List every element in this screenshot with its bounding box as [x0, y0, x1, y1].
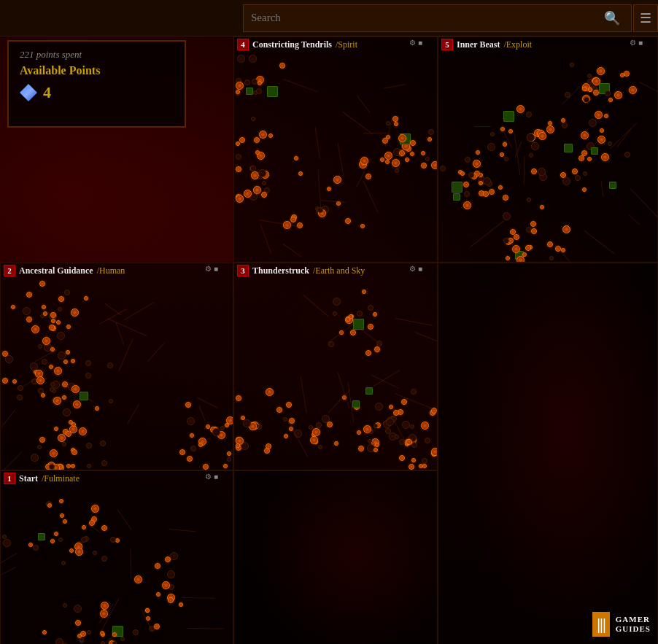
skill-node[interactable] [526, 112, 532, 117]
skill-node[interactable] [64, 290, 70, 295]
skill-node[interactable] [63, 408, 71, 416]
skill-node[interactable] [460, 171, 465, 176]
skill-node[interactable] [26, 317, 32, 322]
skill-node[interactable] [333, 311, 337, 316]
skill-node[interactable] [468, 172, 474, 178]
skill-node[interactable] [284, 434, 288, 438]
skill-node[interactable] [57, 332, 65, 340]
skill-node[interactable] [353, 319, 364, 330]
skill-node[interactable] [75, 548, 83, 556]
skill-node[interactable] [605, 90, 611, 96]
skill-node[interactable] [368, 305, 373, 311]
skill-node[interactable] [179, 449, 185, 455]
skill-node[interactable] [95, 406, 99, 411]
skill-node[interactable] [61, 561, 66, 565]
skill-node[interactable] [54, 532, 58, 536]
skill-node[interactable] [31, 454, 39, 462]
skill-node[interactable] [26, 292, 32, 298]
skill-node[interactable] [333, 176, 341, 184]
skill-node[interactable] [187, 456, 193, 462]
skill-node[interactable] [503, 195, 508, 201]
skill-node[interactable] [506, 256, 510, 260]
search-button[interactable]: 🔍 [600, 10, 624, 26]
skill-node[interactable] [250, 166, 256, 171]
skill-node[interactable] [254, 137, 260, 143]
skill-node[interactable] [259, 131, 267, 139]
skill-node[interactable] [256, 88, 262, 94]
skill-node[interactable] [298, 171, 303, 176]
skill-node[interactable] [394, 122, 398, 126]
skill-node[interactable] [595, 111, 603, 119]
skill-node[interactable] [101, 602, 109, 610]
skill-node[interactable] [167, 570, 175, 578]
skill-node[interactable] [587, 157, 592, 161]
skill-node[interactable] [384, 152, 392, 160]
skill-node[interactable] [530, 221, 536, 227]
skill-node[interactable] [236, 82, 244, 90]
skill-node[interactable] [357, 430, 361, 435]
skill-node[interactable] [503, 212, 511, 220]
skill-node[interactable] [591, 147, 598, 155]
skill-node[interactable] [624, 71, 630, 77]
skill-node[interactable] [54, 427, 58, 431]
skill-node[interactable] [431, 161, 438, 169]
skill-node[interactable] [581, 150, 587, 156]
skill-node[interactable] [294, 156, 298, 160]
skill-node[interactable] [358, 446, 364, 451]
skill-node[interactable] [624, 152, 630, 158]
skill-node[interactable] [71, 449, 77, 455]
skill-node[interactable] [101, 460, 107, 466]
skill-node[interactable] [47, 503, 52, 508]
skill-node[interactable] [476, 150, 480, 155]
skill-node[interactable] [368, 439, 372, 443]
skill-node[interactable] [252, 79, 258, 85]
skill-node[interactable] [93, 551, 97, 555]
skill-node[interactable] [597, 136, 605, 144]
skill-node[interactable] [522, 252, 527, 257]
skill-node[interactable] [87, 464, 91, 468]
skill-node[interactable] [12, 379, 17, 384]
skill-node[interactable] [60, 513, 64, 518]
skill-node[interactable] [236, 195, 244, 203]
skill-node[interactable] [421, 151, 425, 155]
skill-node[interactable] [41, 393, 45, 397]
skill-node[interactable] [62, 395, 66, 400]
skill-node[interactable] [525, 245, 531, 251]
search-input[interactable] [251, 12, 600, 24]
skill-node[interactable] [380, 158, 384, 162]
skill-node[interactable] [527, 133, 535, 141]
skill-node[interactable] [56, 320, 61, 325]
skill-node[interactable] [39, 281, 45, 287]
skill-node[interactable] [155, 563, 160, 569]
skill-node[interactable] [2, 535, 7, 539]
skill-node[interactable] [410, 140, 416, 146]
skill-node[interactable] [227, 457, 231, 462]
skill-node[interactable] [289, 418, 295, 424]
skill-node[interactable] [38, 533, 45, 540]
skill-node[interactable] [73, 400, 81, 408]
skill-node[interactable] [531, 142, 539, 150]
skill-node[interactable] [251, 117, 255, 121]
skill-node[interactable] [629, 86, 637, 94]
skill-node[interactable] [464, 191, 470, 197]
settings-button[interactable]: ☰ [633, 4, 658, 32]
skill-node[interactable] [440, 166, 446, 171]
skill-node[interactable] [608, 141, 612, 146]
skill-node[interactable] [120, 637, 125, 641]
skill-node[interactable] [170, 552, 178, 560]
skill-node[interactable] [81, 537, 87, 543]
skill-node[interactable] [411, 389, 417, 395]
skill-node[interactable] [365, 350, 371, 356]
skill-node[interactable] [411, 458, 416, 462]
section-1-icon-btn[interactable]: ⚙ ■ [205, 473, 218, 481]
skill-node[interactable] [395, 435, 399, 439]
skill-node[interactable] [582, 187, 587, 192]
skill-node[interactable] [63, 603, 67, 608]
skill-node[interactable] [540, 205, 544, 209]
skill-node[interactable] [357, 311, 363, 317]
skill-node[interactable] [365, 387, 373, 395]
skill-node[interactable] [578, 155, 584, 161]
skill-node[interactable] [84, 296, 88, 300]
skill-node[interactable] [58, 296, 64, 302]
skill-node[interactable] [236, 166, 241, 172]
